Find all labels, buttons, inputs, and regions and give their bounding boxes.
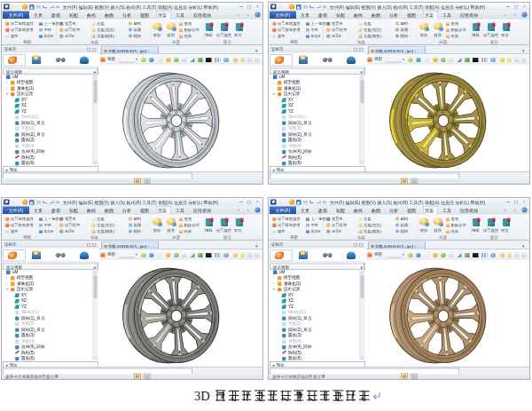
svg-text:3D: 3D [194,389,210,403]
